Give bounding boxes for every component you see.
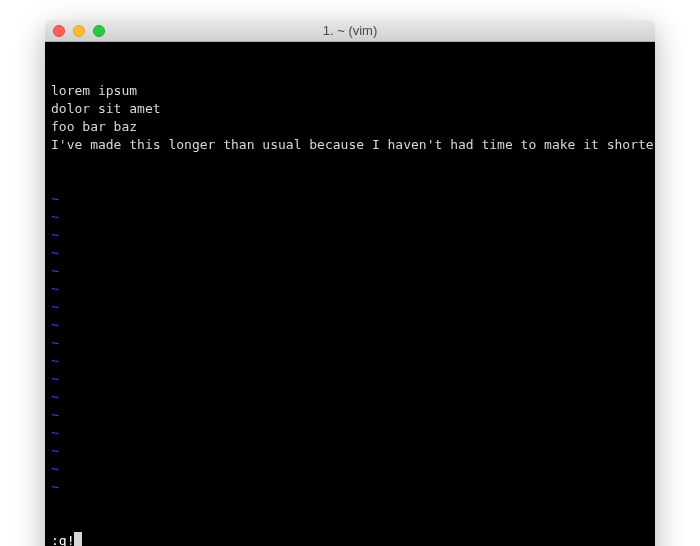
empty-line-tilde: ~ (51, 262, 649, 280)
empty-lines-area: ~~~~~~~~~~~~~~~~~ (51, 190, 649, 496)
terminal-window: 1. ~ (vim) lorem ipsumdolor sit ametfoo … (45, 20, 655, 546)
empty-line-tilde: ~ (51, 316, 649, 334)
window-title: 1. ~ (vim) (45, 23, 655, 38)
traffic-lights (45, 25, 105, 37)
empty-line-tilde: ~ (51, 244, 649, 262)
command-text: :q! (51, 533, 74, 546)
empty-line-tilde: ~ (51, 406, 649, 424)
buffer-line: lorem ipsum (51, 82, 649, 100)
empty-line-tilde: ~ (51, 190, 649, 208)
empty-line-tilde: ~ (51, 388, 649, 406)
close-button[interactable] (53, 25, 65, 37)
empty-line-tilde: ~ (51, 460, 649, 478)
empty-line-tilde: ~ (51, 280, 649, 298)
empty-line-tilde: ~ (51, 352, 649, 370)
buffer-line: I've made this longer than usual because… (51, 136, 649, 154)
command-line[interactable]: :q! (51, 532, 649, 546)
empty-line-tilde: ~ (51, 424, 649, 442)
empty-line-tilde: ~ (51, 298, 649, 316)
empty-line-tilde: ~ (51, 370, 649, 388)
buffer-line: dolor sit amet (51, 100, 649, 118)
buffer-line: foo bar baz (51, 118, 649, 136)
terminal-content[interactable]: lorem ipsumdolor sit ametfoo bar bazI've… (45, 42, 655, 546)
empty-line-tilde: ~ (51, 208, 649, 226)
empty-line-tilde: ~ (51, 442, 649, 460)
empty-line-tilde: ~ (51, 334, 649, 352)
buffer-area: lorem ipsumdolor sit ametfoo bar bazI've… (51, 82, 649, 154)
title-bar[interactable]: 1. ~ (vim) (45, 20, 655, 42)
minimize-button[interactable] (73, 25, 85, 37)
cursor (74, 532, 82, 546)
empty-line-tilde: ~ (51, 226, 649, 244)
maximize-button[interactable] (93, 25, 105, 37)
empty-line-tilde: ~ (51, 478, 649, 496)
